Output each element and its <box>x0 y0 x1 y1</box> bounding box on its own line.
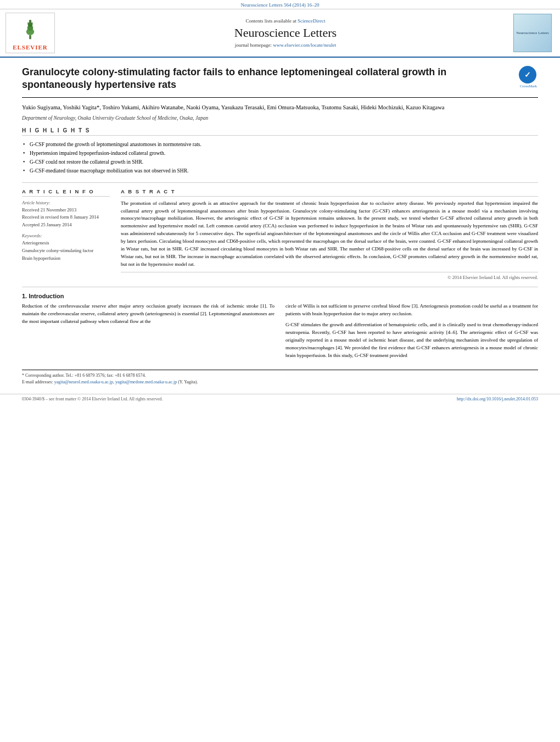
copyright-line: © 2014 Elsevier Ireland Ltd. All rights … <box>121 272 538 280</box>
highlights-section: H I G H L I G H T S G-CSF promoted the g… <box>22 127 538 176</box>
contents-label: Contents lists available at <box>246 18 296 24</box>
abstract-column: A B S T R A C T The promotion of collate… <box>121 188 538 280</box>
elsevier-logo: ELSEVIER <box>5 13 55 53</box>
email-link-2[interactable]: yagita@medone.med.osaka-u.ac.jp <box>115 380 177 384</box>
article-history-label: Article history: <box>22 200 110 205</box>
article-info-column: A R T I C L E I N F O Article history: R… <box>22 188 110 280</box>
intro-heading: 1. Introduction <box>22 293 538 299</box>
journal-ref-text: Neuroscience Letters 564 (2014) 16–20 <box>241 2 320 8</box>
article-info-heading: A R T I C L E I N F O <box>22 188 110 197</box>
highlights-heading: H I G H L I G H T S <box>22 127 538 136</box>
keyword-item: Granulocyte colony-stimulating factor <box>22 247 110 255</box>
footnotes: * Corresponding author. Tel.: +81 6 6879… <box>22 370 538 386</box>
neuroscience-badge-icon: Neuroscience Letters <box>513 14 552 52</box>
intro-col-right: circle of Willis is not sufficient to pr… <box>285 303 538 363</box>
journal-homepage: journal homepage: www.elsevier.com/locat… <box>60 42 511 48</box>
journal-title: Neuroscience Letters <box>60 26 511 40</box>
intro-para-2: circle of Willis is not sufficient to pr… <box>285 303 538 318</box>
title-section: Granulocyte colony-stimulating factor fa… <box>22 66 538 98</box>
keyword-item: Brain hypoperfusion <box>22 255 110 263</box>
abstract-text: The promotion of collateral artery growt… <box>121 200 538 269</box>
list-item: Hypertension impaired hypoperfusion-indu… <box>22 149 538 158</box>
elsevier-tree-icon <box>8 15 52 43</box>
email-suffix: (Y. Yagita). <box>178 380 198 384</box>
journal-badge: Neuroscience Letters <box>511 13 555 53</box>
homepage-label: journal homepage: <box>235 42 272 48</box>
intro-para-3: G-CSF stimulates the growth and differen… <box>285 321 538 360</box>
info-abstract-section: A R T I C L E I N F O Article history: R… <box>22 182 538 280</box>
page: Neuroscience Letters 564 (2014) 16–20 <box>0 0 560 742</box>
authors: Yukio Sugiyama, Yoshiki Yagita*, Toshiro… <box>22 103 538 113</box>
doi-link[interactable]: http://dx.doi.org/10.1016/j.neulet.2014.… <box>457 397 538 401</box>
elsevier-brand: ELSEVIER <box>13 44 48 51</box>
corresponding-author: * Corresponding author. Tel.: +81 6 6879… <box>22 372 538 379</box>
sciencedirect-link: Contents lists available at ScienceDirec… <box>60 18 511 24</box>
email-addresses: E-mail addresses: yagita@neurol.med.osak… <box>22 379 538 386</box>
accepted-date: Accepted 25 January 2014 <box>22 221 110 229</box>
keywords-list: Arteriogenesis Granulocyte colony-stimul… <box>22 239 110 262</box>
affiliation-text: Department of Neurology, Osaka Universit… <box>22 115 208 121</box>
revised-date: Received in revised form 8 January 2014 <box>22 214 110 221</box>
svg-point-4 <box>29 20 31 22</box>
journal-reference: Neuroscience Letters 564 (2014) 16–20 <box>0 0 560 9</box>
list-item: G-CSF could not restore the collateral g… <box>22 158 538 166</box>
received-date: Received 21 November 2013 <box>22 207 110 214</box>
journal-header: ELSEVIER Contents lists available at Sci… <box>0 9 560 58</box>
badge-text: Neuroscience Letters <box>516 31 548 35</box>
journal-center: Contents lists available at ScienceDirec… <box>60 13 511 53</box>
email-link-1[interactable]: yagita@neurol.med.osaka-u.ac.jp, <box>54 380 114 384</box>
intro-columns: Reduction of the cerebrovascular reserve… <box>22 303 538 363</box>
intro-para-1: Reduction of the cerebrovascular reserve… <box>22 303 275 326</box>
list-item: G-CSF promoted the growth of leptomening… <box>22 140 538 149</box>
article-title: Granulocyte colony-stimulating factor fa… <box>22 66 513 92</box>
svg-rect-0 <box>29 35 31 39</box>
issn-line: 0304-3940/$ – see front matter © 2014 El… <box>22 397 163 401</box>
abstract-heading: A B S T R A C T <box>121 188 538 197</box>
keyword-item: Arteriogenesis <box>22 239 110 247</box>
crossmark-badge: ✓ CrossMark <box>519 66 538 85</box>
svg-rect-5 <box>29 22 31 24</box>
keywords-label: Keywords: <box>22 233 110 238</box>
email-label: E-mail addresses: <box>22 380 53 384</box>
article-dates: Received 21 November 2013 Received in re… <box>22 207 110 229</box>
journal-url[interactable]: www.elsevier.com/locate/neulet <box>273 42 336 48</box>
bottom-bar: 0304-3940/$ – see front matter © 2014 El… <box>0 394 560 404</box>
highlights-list: G-CSF promoted the growth of leptomening… <box>22 140 538 176</box>
affiliation: Department of Neurology, Osaka Universit… <box>22 115 538 121</box>
intro-col-left: Reduction of the cerebrovascular reserve… <box>22 303 275 363</box>
introduction-section: 1. Introduction Reduction of the cerebro… <box>22 287 538 363</box>
crossmark-icon: ✓ <box>519 66 536 83</box>
list-item: G-CSF-mediated tissue macrophage mobiliz… <box>22 166 538 175</box>
article-content: Granulocyte colony-stimulating factor fa… <box>0 58 560 394</box>
author-names: Yukio Sugiyama, Yoshiki Yagita*, Toshiro… <box>22 104 444 110</box>
sciencedirect-anchor[interactable]: ScienceDirect <box>298 18 325 24</box>
